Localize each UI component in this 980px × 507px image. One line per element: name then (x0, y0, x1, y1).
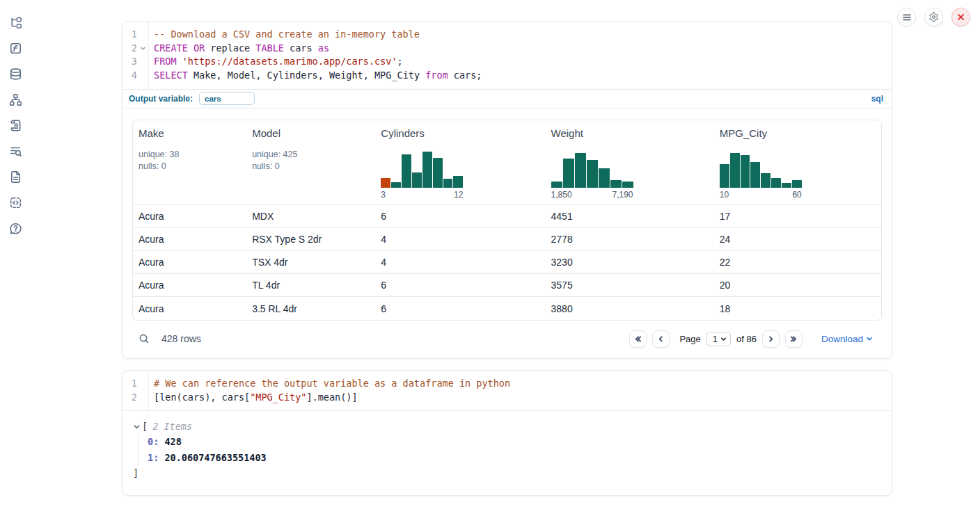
table-cell[interactable]: 6 (375, 205, 545, 228)
first-page-button[interactable] (629, 330, 647, 348)
page-select[interactable]: 1 (706, 332, 731, 346)
table-row[interactable]: AcuraTL 4dr6357520 (133, 274, 881, 297)
histogram-bar (720, 164, 729, 188)
chevron-down-icon (720, 336, 727, 342)
table-cell[interactable]: 17 (714, 205, 881, 228)
column-header-model[interactable]: Modelunique: 425nulls: 0 (246, 120, 375, 205)
chevron-right-icon (767, 335, 775, 343)
code-token: replace (205, 42, 255, 54)
table-cell[interactable]: Acura (133, 205, 246, 228)
table-cell[interactable]: 4451 (546, 205, 714, 228)
fold-spacer (137, 69, 148, 83)
table-row[interactable]: AcuraMDX6445117 (133, 205, 881, 228)
table-cell[interactable]: 3575 (546, 274, 714, 297)
column-header-cylinders[interactable]: Cylinders312 (375, 120, 545, 205)
table-cell[interactable]: 3.5 RL 4dr (246, 297, 375, 320)
column-header-make[interactable]: Makeunique: 38nulls: 0 (133, 120, 246, 205)
code-token: -- Download a CSV and create an in-memor… (154, 29, 420, 40)
table-row[interactable]: Acura3.5 RL 4dr6388018 (133, 297, 881, 320)
help-icon[interactable] (8, 221, 22, 235)
snippets-icon[interactable] (8, 195, 22, 209)
column-header-weight[interactable]: Weight1,8507,190 (546, 120, 714, 205)
hamburger-icon (902, 13, 912, 22)
search-icon[interactable] (139, 333, 150, 344)
table-cell[interactable]: 6 (375, 274, 545, 297)
table-cell[interactable]: Acura (133, 297, 246, 320)
shutdown-button[interactable] (951, 8, 970, 26)
close-bracket: ] (133, 466, 892, 480)
code-token: cars (284, 42, 318, 54)
tree-entry-value: 20.060747663551403 (159, 452, 266, 463)
chevrons-right-icon (790, 335, 798, 343)
code-token: cars; (448, 70, 482, 81)
data-table: Makeunique: 38nulls: 0Modelunique: 425nu… (133, 120, 881, 320)
language-badge: sql (871, 94, 883, 104)
next-page-button[interactable] (762, 330, 780, 348)
tree-entry: 1: 20.060747663551403 (148, 450, 892, 465)
table-cell[interactable]: 4 (375, 228, 545, 251)
histogram-axis-label: 3 (381, 190, 386, 200)
tree-entry-value: 428 (159, 436, 182, 447)
histogram-bar (422, 152, 432, 188)
last-page-button[interactable] (785, 330, 803, 348)
download-label: Download (821, 334, 863, 344)
code-token: CREATE (154, 42, 188, 54)
histogram-bar (453, 176, 463, 188)
column-histogram: 312 (381, 151, 463, 200)
code-line[interactable]: 2CREATE OR replace TABLE cars as (122, 42, 892, 56)
documentation-icon[interactable] (8, 170, 22, 184)
menu-button[interactable] (897, 8, 916, 26)
code-line[interactable]: 3FROM 'https://datasets.marimo.app/cars.… (122, 55, 892, 69)
table-cell[interactable]: 3230 (546, 251, 714, 274)
table-cell[interactable]: 22 (714, 251, 881, 274)
table-cell[interactable]: Acura (133, 251, 246, 274)
histogram-bar (761, 173, 770, 188)
close-icon (956, 13, 965, 22)
table-row[interactable]: AcuraRSX Type S 2dr4277824 (133, 228, 881, 251)
line-number: 2 (122, 391, 137, 405)
table-cell[interactable]: 6 (375, 297, 545, 320)
fold-spacer (137, 28, 148, 42)
table-cell[interactable]: TSX 4dr (246, 251, 375, 274)
python-code-editor[interactable]: 1# We can reference the output variable … (122, 371, 892, 411)
datasources-icon[interactable] (8, 67, 22, 81)
sql-code-editor[interactable]: 1-- Download a CSV and create an in-memo… (122, 22, 892, 89)
code-line[interactable]: 1-- Download a CSV and create an in-memo… (122, 28, 892, 42)
code-token: Make, Model, Cylinders, Weight, MPG_City (188, 70, 425, 81)
dependency-graph-icon[interactable] (8, 92, 22, 106)
code-text: CREATE OR replace TABLE cars as (148, 42, 329, 56)
code-line[interactable]: 1# We can reference the output variable … (122, 377, 892, 391)
table-cell[interactable]: 24 (714, 228, 881, 251)
settings-button[interactable] (924, 8, 943, 26)
table-cell[interactable]: 3880 (546, 297, 714, 320)
column-name: Make (139, 127, 164, 139)
previous-page-button[interactable] (652, 330, 670, 348)
download-button[interactable]: Download (821, 334, 873, 344)
table-cell[interactable]: 20 (714, 274, 881, 297)
helper-functions-icon[interactable] (8, 41, 22, 55)
table-cell[interactable]: 18 (714, 297, 881, 320)
table-cell[interactable]: MDX (246, 205, 375, 228)
table-cell[interactable]: 2778 (546, 228, 714, 251)
code-line[interactable]: 4SELECT Make, Model, Cylinders, Weight, … (122, 69, 892, 83)
table-cell[interactable]: Acura (133, 228, 246, 251)
table-footer: 428 rows Page 1 of 86 Download (132, 321, 882, 348)
logs-icon[interactable] (8, 118, 22, 132)
file-explorer-icon[interactable] (8, 15, 22, 29)
code-line[interactable]: 2[len(cars), cars["MPG_City"].mean()] (122, 391, 892, 405)
table-row[interactable]: AcuraTSX 4dr4323022 (133, 251, 881, 274)
collapse-toggle-icon[interactable] (133, 423, 141, 430)
table-cell[interactable]: RSX Type S 2dr (246, 228, 375, 251)
scratchpad-search-icon[interactable] (8, 144, 22, 158)
fold-spacer (137, 55, 148, 69)
table-cell[interactable]: TL 4dr (246, 274, 375, 297)
table-body: AcuraMDX6445117AcuraRSX Type S 2dr427782… (133, 205, 881, 320)
code-token: 'https://datasets.marimo.app/cars.csv' (182, 56, 397, 67)
table-cell[interactable]: 4 (375, 251, 545, 274)
table-cell[interactable]: Acura (133, 274, 246, 297)
output-variable-input[interactable] (199, 92, 255, 105)
line-number: 2 (122, 42, 137, 56)
fold-chevron-icon[interactable] (137, 42, 148, 56)
column-header-mpg_city[interactable]: MPG_City1060 (714, 120, 881, 205)
code-token: OR (193, 42, 205, 54)
